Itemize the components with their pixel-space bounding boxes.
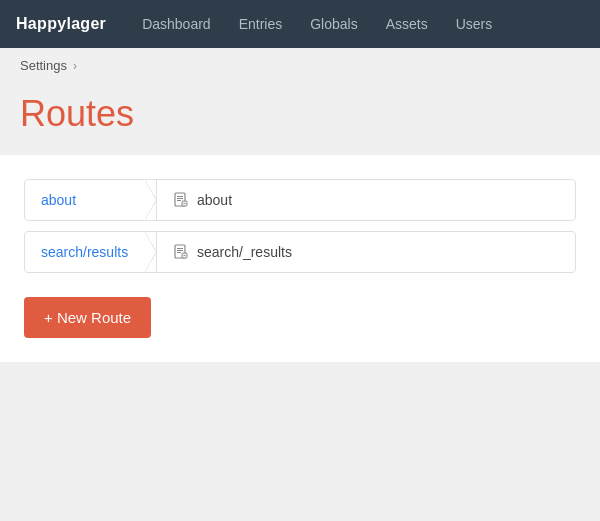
nav-item-assets[interactable]: Assets	[374, 10, 440, 38]
route-value-0: about	[197, 192, 232, 208]
main-content: about about search/results	[0, 155, 600, 362]
page-title-section: Routes	[0, 83, 600, 155]
route-value-1: search/_results	[197, 244, 292, 260]
nav-item-users[interactable]: Users	[444, 10, 505, 38]
template-icon-1	[173, 244, 189, 260]
nav-items: Dashboard Entries Globals Assets Users	[130, 10, 504, 38]
route-key-1[interactable]: search/results	[25, 232, 145, 272]
template-icon-0	[173, 192, 189, 208]
top-nav: Happylager Dashboard Entries Globals Ass…	[0, 0, 600, 48]
nav-item-globals[interactable]: Globals	[298, 10, 369, 38]
route-key-0[interactable]: about	[25, 180, 145, 220]
breadcrumb: Settings ›	[0, 48, 600, 83]
nav-item-dashboard[interactable]: Dashboard	[130, 10, 223, 38]
route-row: search/results search/_results	[24, 231, 576, 273]
route-arrow-0	[145, 180, 157, 220]
route-row: about about	[24, 179, 576, 221]
new-route-button[interactable]: + New Route	[24, 297, 151, 338]
breadcrumb-chevron-icon: ›	[73, 59, 77, 73]
nav-item-entries[interactable]: Entries	[227, 10, 295, 38]
route-arrow-1	[145, 232, 157, 272]
brand-logo: Happylager	[16, 15, 106, 33]
breadcrumb-parent[interactable]: Settings	[20, 58, 67, 73]
route-value-container-1: search/_results	[156, 232, 575, 272]
page-title: Routes	[20, 93, 580, 135]
route-value-container-0: about	[156, 180, 575, 220]
